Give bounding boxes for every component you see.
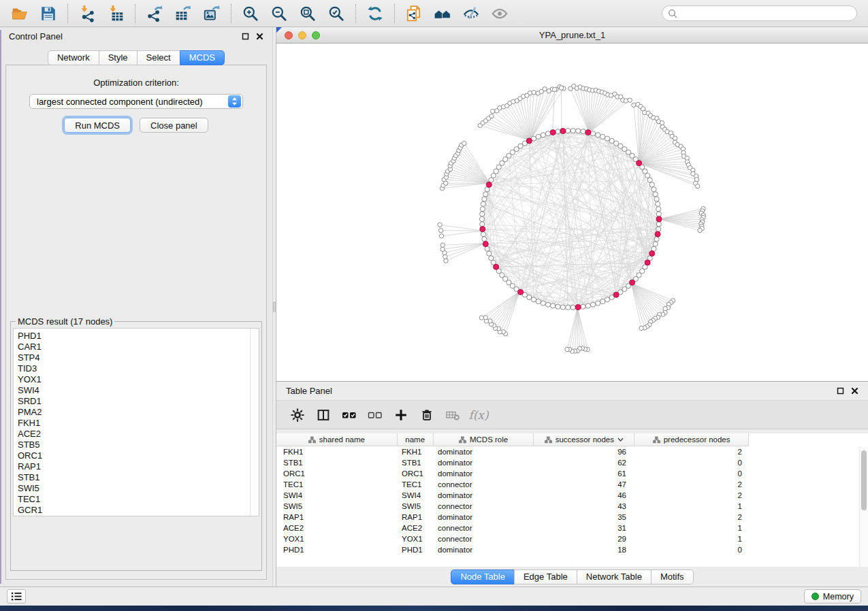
- mcds-result-item[interactable]: SWI5: [18, 483, 249, 494]
- toolbar-separator: [394, 4, 395, 23]
- table-options-button[interactable]: [289, 406, 306, 424]
- optimization-criterion-select[interactable]: largest connected component (undirected): [29, 94, 243, 109]
- close-table-panel-button[interactable]: [851, 387, 858, 395]
- mcds-result-item[interactable]: PHD1: [18, 331, 249, 342]
- refresh-view-button[interactable]: [363, 3, 387, 24]
- zoom-selected-button[interactable]: [324, 3, 349, 24]
- column-header-name[interactable]: name: [398, 433, 434, 446]
- mcds-result-item[interactable]: TID3: [18, 363, 249, 374]
- tab-network-table[interactable]: Network Table: [577, 569, 652, 584]
- network-graph[interactable]: [276, 44, 868, 381]
- list-scrollbar[interactable]: [250, 329, 259, 516]
- mcds-result-item[interactable]: RAP1: [18, 461, 249, 472]
- maximize-window-button[interactable]: [312, 31, 320, 39]
- duplicate-network-button[interactable]: [402, 3, 426, 24]
- network-canvas[interactable]: [276, 44, 868, 381]
- tab-mcds[interactable]: MCDS: [180, 50, 225, 65]
- table-row[interactable]: FKH1FKH1dominator962: [276, 446, 868, 457]
- search-input[interactable]: [681, 8, 856, 18]
- show-all-button[interactable]: [487, 3, 512, 24]
- search-field[interactable]: [662, 5, 857, 21]
- table-row[interactable]: YOX1YOX1connector291: [276, 533, 868, 544]
- application-window: Control Panel Network Style Select MCDS …: [0, 0, 868, 606]
- run-mcds-button[interactable]: Run MCDS: [64, 118, 131, 133]
- export-image-button[interactable]: [199, 3, 224, 24]
- table-cell: 18: [534, 546, 635, 554]
- mcds-panel: Optimization criterion: largest connecte…: [5, 65, 267, 580]
- export-table-button[interactable]: [171, 3, 195, 24]
- tab-network[interactable]: Network: [48, 50, 99, 65]
- mcds-result-item[interactable]: STB5: [18, 440, 249, 450]
- table-cell: FKH1: [398, 448, 434, 456]
- mcds-result-item[interactable]: YOX1: [18, 374, 249, 385]
- mcds-result-item[interactable]: STB1: [18, 472, 249, 483]
- table-cell: 43: [534, 502, 635, 510]
- show-columns-button[interactable]: [315, 406, 332, 424]
- close-panel-button-mcds[interactable]: Close panel: [140, 118, 208, 133]
- function-builder-button[interactable]: f(x): [470, 406, 487, 424]
- minimize-window-button[interactable]: [298, 31, 306, 39]
- mcds-result-item[interactable]: ACE2: [18, 429, 249, 440]
- chevron-up-down-icon: [230, 97, 239, 106]
- save-session-button[interactable]: [36, 3, 61, 24]
- list-icon: [10, 591, 23, 601]
- column-header-predecessor-nodes[interactable]: predecessor nodes: [634, 433, 748, 446]
- export-network-button[interactable]: [142, 3, 167, 24]
- select-all-button[interactable]: [340, 406, 358, 424]
- network-window-titlebar[interactable]: YPA_prune.txt_1: [276, 27, 868, 44]
- import-table-button[interactable]: [103, 3, 128, 24]
- add-column-button[interactable]: [392, 406, 410, 424]
- zoom-in-button[interactable]: [238, 3, 263, 24]
- open-file-button[interactable]: [7, 3, 32, 24]
- tab-select[interactable]: Select: [137, 50, 180, 65]
- float-table-panel-button[interactable]: [837, 387, 844, 395]
- close-window-button[interactable]: [285, 31, 293, 39]
- first-neighbors-button[interactable]: [430, 3, 455, 24]
- tab-motifs[interactable]: Motifs: [651, 569, 694, 584]
- import-network-button[interactable]: [75, 3, 99, 24]
- table-row[interactable]: SWI4SWI4dominator462: [276, 490, 868, 501]
- delete-columns-button[interactable]: [418, 406, 436, 424]
- tab-style[interactable]: Style: [99, 50, 138, 65]
- mcds-result-item[interactable]: FKH1: [18, 418, 249, 429]
- float-panel-button[interactable]: [242, 33, 249, 40]
- mcds-result-item[interactable]: PMA2: [18, 407, 249, 418]
- mcds-result-item[interactable]: SRD1: [18, 396, 249, 407]
- delete-table-button[interactable]: [444, 406, 462, 424]
- close-panel-button[interactable]: [256, 33, 263, 40]
- table-body: FKH1FKH1dominator962STB1STB1dominator620…: [276, 446, 868, 555]
- mcds-result-item[interactable]: ORC1: [18, 450, 249, 461]
- mcds-result-item[interactable]: STP4: [18, 352, 249, 363]
- table-row[interactable]: ACE2ACE2connector311: [276, 523, 868, 533]
- table-row[interactable]: RAP1RAP1dominator352: [276, 512, 868, 523]
- table-row[interactable]: SWI5SWI5connector431: [276, 501, 868, 512]
- table-cell: 2: [635, 513, 749, 521]
- mcds-result-item[interactable]: CAR1: [18, 342, 249, 352]
- mcds-result-title: MCDS result (17 nodes): [16, 316, 114, 327]
- mcds-result-item[interactable]: TEC1: [18, 494, 249, 505]
- table-scrollbar[interactable]: [859, 447, 868, 567]
- splitter-grip[interactable]: [273, 301, 276, 312]
- zoom-out-button[interactable]: [267, 3, 291, 24]
- memory-button[interactable]: Memory: [804, 589, 861, 604]
- scrollbar-thumb[interactable]: [861, 450, 867, 510]
- table-row[interactable]: TEC1TEC1connector472: [276, 479, 868, 490]
- mcds-result-list[interactable]: PHD1CAR1STP4TID3YOX1SWI4SRD1PMA2FKH1ACE2…: [13, 328, 259, 516]
- mcds-result-item[interactable]: GCR1: [18, 505, 249, 516]
- table-row[interactable]: PHD1PHD1dominator180: [276, 544, 868, 555]
- hide-selected-button[interactable]: [459, 3, 483, 24]
- show-panels-button[interactable]: [7, 589, 26, 604]
- zoom-fit-button[interactable]: [295, 3, 320, 24]
- table-cell: STB1: [276, 459, 398, 467]
- table-cell: PHD1: [398, 546, 434, 554]
- mcds-result-item[interactable]: SWI4: [18, 385, 249, 396]
- table-row[interactable]: STB1STB1dominator620: [276, 457, 868, 468]
- column-header-mcds-role[interactable]: MCDS role: [434, 433, 534, 446]
- tab-node-table[interactable]: Node Table: [451, 569, 515, 584]
- column-header-shared-name[interactable]: shared name: [276, 433, 398, 446]
- deselect-all-button[interactable]: [366, 406, 384, 424]
- table-cell: 62: [534, 459, 635, 467]
- column-header-successor-nodes[interactable]: successor nodes: [534, 433, 634, 446]
- table-row[interactable]: ORC1ORC1dominator610: [276, 468, 868, 479]
- tab-edge-table[interactable]: Edge Table: [514, 569, 577, 584]
